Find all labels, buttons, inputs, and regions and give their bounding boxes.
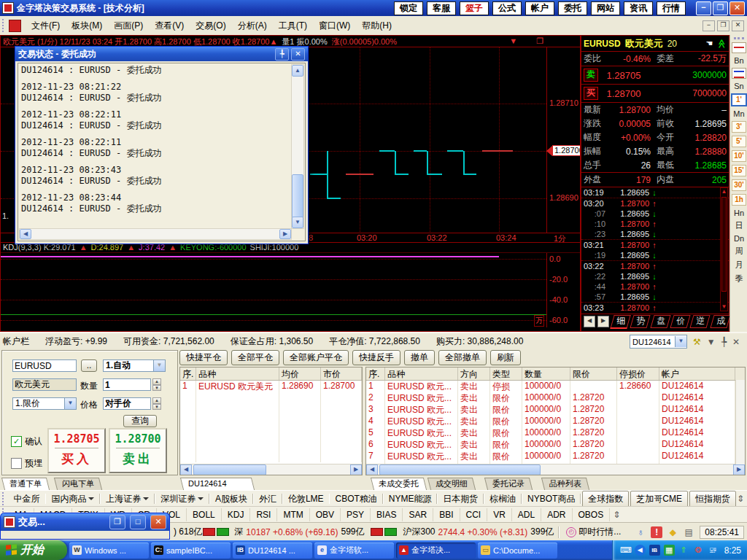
symbol-input[interactable] xyxy=(12,359,77,372)
table-row[interactable]: 4EURUSD 欧元...卖出限价100000/01.28720DU124614 xyxy=(366,416,745,427)
media-tray-icon[interactable]: ❂ xyxy=(693,545,704,556)
preset-checkbox[interactable]: 预埋 xyxy=(11,457,42,470)
alarm-icon[interactable]: ! xyxy=(651,526,662,538)
market-tab-中金所[interactable]: 中金所 xyxy=(9,491,45,507)
table-row[interactable]: 2EURUSD 欧元...卖出限价100000/01.28720DU124614 xyxy=(366,392,745,404)
tick-scrollbar[interactable]: ▲▼ xyxy=(720,187,728,311)
column-header[interactable]: 类型 xyxy=(490,368,522,380)
action-button-刷新[interactable]: 刷新 xyxy=(490,350,521,365)
indicator-button-OBV[interactable]: OBV xyxy=(310,508,341,521)
column-header[interactable]: 市价 xyxy=(321,368,362,380)
kdj-indicator-pane[interactable]: 0.0-20.0-40.0-60.0万 xyxy=(1,252,580,327)
column-header[interactable]: 数量 xyxy=(522,368,570,380)
toolbar-drag-handle[interactable] xyxy=(734,37,744,39)
task-button[interactable]: ▭C:\Docume... xyxy=(478,542,557,559)
table-row[interactable]: 3EURUSD 欧元...卖出限价100000/01.28720DU124614 xyxy=(366,404,745,416)
symbol-browse-button[interactable]: .. xyxy=(81,359,97,372)
market-tab-日本期货[interactable]: 日本期货 xyxy=(438,491,483,507)
indicator-button-RSI[interactable]: RSI xyxy=(250,508,277,521)
confirm-checkbox[interactable]: ✓ 确认 xyxy=(11,435,42,448)
price-input[interactable] xyxy=(103,397,151,410)
indicator-button-BOLL[interactable]: BOLL xyxy=(187,508,222,521)
action-button-撤单[interactable]: 撤单 xyxy=(404,350,435,365)
child-close-button[interactable]: ✕ xyxy=(732,20,744,31)
action-button-全部撤单[interactable]: 全部撤单 xyxy=(438,350,487,365)
scroll-track[interactable] xyxy=(192,464,350,475)
period-button-30'[interactable]: 30' xyxy=(732,179,746,191)
menu-item[interactable]: 工具(T) xyxy=(273,18,313,34)
titlebar-button-委托[interactable]: 委托 xyxy=(558,1,587,15)
period-button-Dn[interactable]: Dn xyxy=(734,234,744,243)
scroll-thumb[interactable] xyxy=(292,174,303,218)
table-row[interactable]: 6EURUSD 欧元...卖出限价100000/01.28720DU124614 xyxy=(366,439,745,451)
scroll-right-icon[interactable]: ▶ xyxy=(350,464,362,475)
column-header[interactable]: 限价 xyxy=(570,368,617,380)
diamond-icon[interactable]: ◆ xyxy=(667,526,678,538)
table-row[interactable]: 1EURUSD 欧元...卖出停损100000/01.28660DU124614 xyxy=(366,381,745,392)
mini-restore-icon[interactable]: ❐ xyxy=(109,515,125,529)
task-button[interactable]: WWindows ... xyxy=(69,542,149,559)
network-icon[interactable]: ♁ xyxy=(635,526,646,538)
minimize-button[interactable]: − xyxy=(696,1,711,15)
mini-maximize-icon[interactable]: □ xyxy=(130,515,146,529)
column-header[interactable]: 序. xyxy=(366,368,385,380)
dialog-pin-icon[interactable]: ╄ xyxy=(275,48,289,61)
indicator-button-ADL[interactable]: ADL xyxy=(512,508,541,521)
quote-tab-盘[interactable]: 盘 xyxy=(650,315,670,328)
indicator-button-BIAS[interactable]: BIAS xyxy=(371,508,403,521)
market-tab-伦敦LME[interactable]: 伦敦LME xyxy=(283,491,329,507)
upload-tray-icon[interactable]: ⇑ xyxy=(678,545,689,556)
volume-tray-icon[interactable]: 🖳 xyxy=(708,545,719,556)
orders-tab-成交明细[interactable]: 成交明细 xyxy=(427,478,476,490)
scroll-left-icon[interactable]: ◀ xyxy=(180,464,192,475)
titlebar-button-客服[interactable]: 客服 xyxy=(427,1,456,15)
order-mode-tab-普通下单[interactable]: 普通下单 xyxy=(1,478,50,490)
task-button[interactable]: IBDU124614 ... xyxy=(233,542,312,559)
sell-button[interactable]: 1.28700 卖出 xyxy=(109,428,167,473)
quote-nav-left-icon[interactable]: ◀ xyxy=(584,316,595,327)
market-tab-芝加哥CME[interactable]: 芝加哥CME xyxy=(630,491,688,508)
market-tab-棕榈油[interactable]: 棕榈油 xyxy=(484,491,521,507)
buy-button[interactable]: 1.28705 买入 xyxy=(47,428,106,473)
indicator-button-BBI[interactable]: BBI xyxy=(433,508,460,521)
column-header[interactable]: 品种 xyxy=(385,368,458,380)
menu-item[interactable]: 窗口(W) xyxy=(313,18,356,34)
panel-close-icon[interactable]: ✕ xyxy=(732,337,740,347)
indicator-button-VR[interactable]: VR xyxy=(487,508,512,521)
dialog-vertical-scrollbar[interactable]: ▲ ▼ xyxy=(291,64,304,229)
trend-icon[interactable] xyxy=(732,42,746,53)
scroll-right-icon[interactable]: ▶ xyxy=(279,229,291,239)
query-button[interactable]: 查询 xyxy=(123,415,157,427)
orders-vertical-scrollbar[interactable] xyxy=(735,380,745,464)
period-button-Mn[interactable]: Mn xyxy=(733,109,744,118)
pane-maximize-icon[interactable]: ❐ xyxy=(536,36,543,46)
chart-tray-icon[interactable]: ▦ xyxy=(664,545,675,556)
quote-tab-价[interactable]: 价 xyxy=(670,315,690,328)
price-type-select[interactable]: 1.限价 ▼ xyxy=(12,397,77,410)
menu-item[interactable]: 板块(M) xyxy=(66,18,108,34)
quote-tab-逆[interactable]: 逆 xyxy=(690,315,711,328)
quote-tab-成[interactable]: 成 xyxy=(710,315,730,328)
tick-scroll-down-icon[interactable]: ▼ xyxy=(721,303,727,310)
scroll-thumb[interactable] xyxy=(379,464,541,475)
indicator-button-PSY[interactable]: PSY xyxy=(341,508,371,521)
preset-checkbox-box[interactable] xyxy=(11,458,22,469)
market-tab-全球指数[interactable]: 全球指数 xyxy=(582,491,629,508)
period-button-Hn[interactable]: Hn xyxy=(734,209,744,217)
titlebar-button-公式[interactable]: 公式 xyxy=(492,1,522,15)
market-tab-恒指期货[interactable]: 恒指期货 xyxy=(689,491,736,508)
indicator-button-ADR[interactable]: ADR xyxy=(541,508,572,521)
titlebar-button-行情[interactable]: 行情 xyxy=(657,1,686,15)
menu-item[interactable]: 分析(A) xyxy=(232,18,273,34)
mini-window-title-bar[interactable]: 交易... ❐ □ ✕ xyxy=(0,513,170,531)
task-button[interactable]: ▲金字塔决... xyxy=(396,542,476,559)
combo-arrow-icon[interactable]: ▼ xyxy=(675,336,686,347)
overflow-chevron-icon[interactable]: ⇕ xyxy=(613,510,620,520)
horizontal-scrollbar[interactable]: ◀▶ xyxy=(180,464,362,475)
scroll-left-icon[interactable]: ◀ xyxy=(20,229,31,239)
scroll-left-icon[interactable]: ◀ xyxy=(366,464,378,475)
action-button-全部平仓[interactable]: 全部平仓 xyxy=(231,350,279,365)
column-header[interactable]: 帐户 xyxy=(659,368,735,380)
column-header[interactable]: 停损价 xyxy=(617,368,659,380)
scroll-right-icon[interactable]: ▶ xyxy=(733,464,745,475)
